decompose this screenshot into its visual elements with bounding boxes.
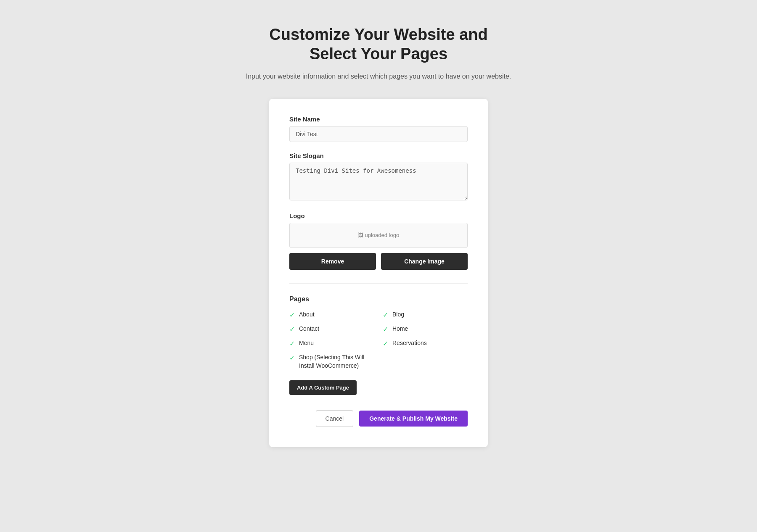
pages-label: Pages <box>289 295 468 303</box>
page-label-reservations: Reservations <box>392 339 427 348</box>
check-icon-contact: ✓ <box>289 325 295 333</box>
site-slogan-input[interactable]: Testing Divi Sites for Awesomeness <box>289 163 468 200</box>
page-label-home: Home <box>392 325 408 333</box>
add-custom-page-container: Add A Custom Page <box>289 380 468 410</box>
form-card: Site Name Site Slogan Testing Divi Sites… <box>269 99 488 447</box>
page-subtitle: Input your website information and selec… <box>246 71 511 82</box>
divider <box>289 283 468 284</box>
logo-preview: 🖼 uploaded logo <box>289 223 468 248</box>
logo-field: Logo 🖼 uploaded logo Remove Change Image <box>289 212 468 270</box>
remove-button[interactable]: Remove <box>289 253 376 270</box>
form-actions: Cancel Generate & Publish My Website <box>289 410 468 427</box>
page-label-about: About <box>299 311 315 319</box>
check-icon-menu: ✓ <box>289 340 295 348</box>
check-icon-blog: ✓ <box>383 311 388 319</box>
site-slogan-label: Site Slogan <box>289 152 468 159</box>
add-custom-page-button[interactable]: Add A Custom Page <box>289 380 357 395</box>
page-item-about: ✓ About <box>289 311 374 319</box>
site-name-label: Site Name <box>289 116 468 123</box>
page-label-blog: Blog <box>392 311 404 319</box>
cancel-button[interactable]: Cancel <box>316 410 354 427</box>
check-icon-reservations: ✓ <box>383 340 388 348</box>
page-item-shop: ✓ Shop (Selecting This Will Install WooC… <box>289 353 374 370</box>
check-icon-about: ✓ <box>289 311 295 319</box>
page-item-contact: ✓ Contact <box>289 325 374 333</box>
page-item-reservations: ✓ Reservations <box>383 339 468 348</box>
page-header: Customize Your Website and Select Your P… <box>246 25 511 82</box>
publish-button[interactable]: Generate & Publish My Website <box>359 411 468 427</box>
logo-buttons: Remove Change Image <box>289 253 468 270</box>
pages-grid: ✓ About ✓ Blog ✓ Contact ✓ Home ✓ Menu ✓ <box>289 311 468 370</box>
page-label-shop: Shop (Selecting This Will Install WooCom… <box>299 353 374 370</box>
page-item-menu: ✓ Menu <box>289 339 374 348</box>
page-item-home: ✓ Home <box>383 325 468 333</box>
page-label-menu: Menu <box>299 339 314 348</box>
pages-section: Pages ✓ About ✓ Blog ✓ Contact ✓ Home ✓ … <box>289 295 468 410</box>
check-icon-home: ✓ <box>383 325 388 333</box>
site-name-input[interactable] <box>289 126 468 142</box>
logo-placeholder-text: 🖼 uploaded logo <box>358 232 399 238</box>
site-name-field: Site Name <box>289 116 468 142</box>
site-slogan-field: Site Slogan Testing Divi Sites for Aweso… <box>289 152 468 202</box>
page-label-contact: Contact <box>299 325 319 333</box>
check-icon-shop: ✓ <box>289 354 295 362</box>
page-title: Customize Your Website and Select Your P… <box>246 25 511 63</box>
page-item-blog: ✓ Blog <box>383 311 468 319</box>
logo-label: Logo <box>289 212 468 219</box>
change-image-button[interactable]: Change Image <box>381 253 468 270</box>
